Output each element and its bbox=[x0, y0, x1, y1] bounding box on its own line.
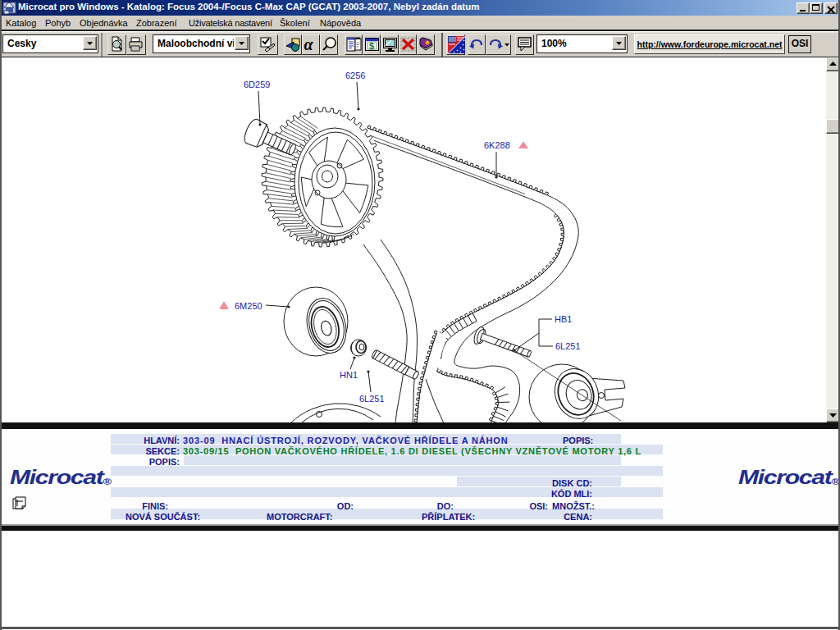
svg-text:6D259: 6D259 bbox=[244, 80, 270, 89]
svg-text:6256: 6256 bbox=[345, 71, 365, 80]
svg-text:6M250: 6M250 bbox=[235, 301, 262, 311]
svg-text:α: α bbox=[304, 35, 314, 53]
svg-text:6L251: 6L251 bbox=[555, 341, 581, 351]
svg-text:HN1: HN1 bbox=[340, 370, 358, 380]
svg-text:6L251: 6L251 bbox=[359, 394, 385, 404]
svg-text:$: $ bbox=[369, 41, 374, 51]
svg-text:6K288: 6K288 bbox=[484, 140, 510, 150]
svg-text:HB1: HB1 bbox=[555, 314, 572, 324]
